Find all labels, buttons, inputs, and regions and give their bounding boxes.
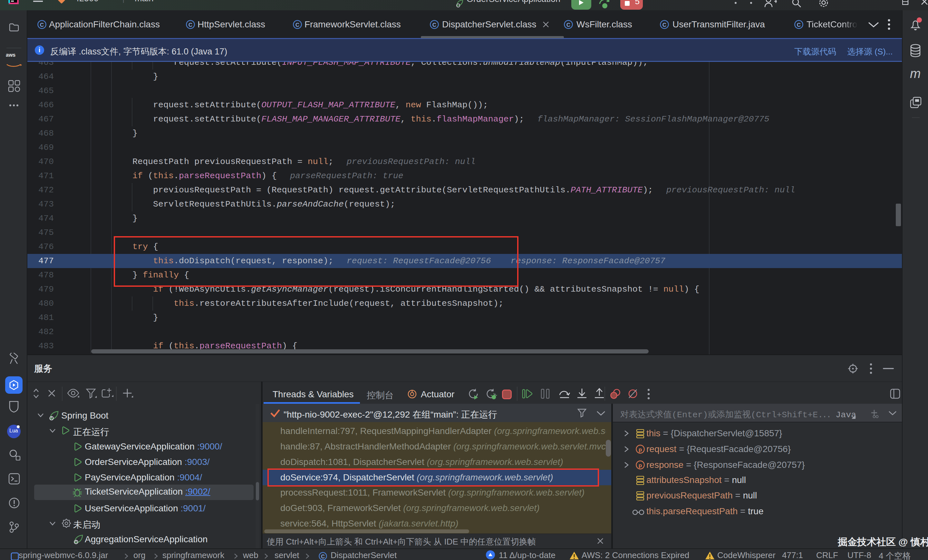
svg-text:C: C — [296, 22, 299, 28]
svg-text:C: C — [188, 22, 192, 28]
svg-text:p: p — [639, 462, 642, 468]
svg-text:C: C — [432, 22, 436, 28]
svg-text:C: C — [662, 22, 666, 28]
svg-text:C: C — [40, 22, 44, 28]
svg-text:C: C — [321, 554, 325, 559]
svg-text:p: p — [639, 447, 642, 453]
svg-text:C: C — [797, 22, 801, 28]
svg-text:C: C — [566, 22, 570, 28]
